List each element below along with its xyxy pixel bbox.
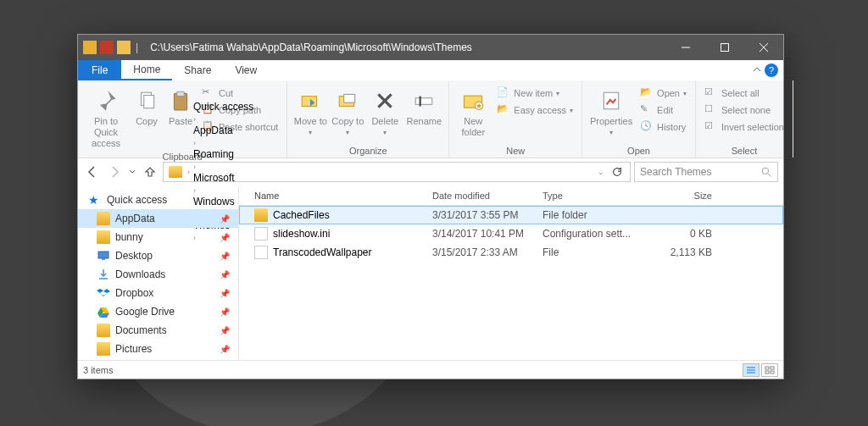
open-button[interactable]: 📂Open ▾ [637,86,690,101]
easy-access-button[interactable]: 📂Easy access ▾ [493,102,576,118]
file-row[interactable]: slideshow.ini3/14/2017 10:41 PMConfigura… [239,224,783,243]
quick-access-header[interactable]: Quick access [78,191,238,209]
new-folder-button[interactable]: ★ New folder [454,84,492,138]
search-icon [761,167,772,178]
file-list-pane: Name ⌃ Date modified Type Size CachedFil… [239,185,783,360]
chevron-right-icon[interactable]: › [192,163,198,171]
navigation-pane[interactable]: Quick access AppData📌bunny📌Desktop📌Downl… [78,185,239,360]
pin-icon: 📌 [220,214,238,224]
svg-rect-27 [771,367,774,369]
ribbon-tabs: File Home Share View ? [78,60,783,80]
up-button[interactable] [141,163,159,181]
folder-icon [97,212,110,225]
pin-icon: 📌 [220,252,238,261]
file-row[interactable]: CachedFiles3/31/2017 3:55 PMFile folder [239,206,783,224]
select-all-button[interactable]: ☑Select all [701,86,787,101]
chevron-right-icon[interactable]: › [192,139,198,147]
copy-to-icon [334,87,361,114]
delete-icon [371,87,398,114]
nav-item-desktop[interactable]: Desktop📌 [78,246,238,265]
gdrive-icon [97,305,110,318]
move-to-button[interactable]: Move to▾ [292,84,328,137]
qat-icon[interactable] [100,41,114,54]
nav-item-documents[interactable]: Documents📌 [78,321,238,340]
recent-button[interactable] [127,163,137,181]
folder-icon [97,230,110,244]
col-date[interactable]: Date modified [432,191,542,201]
svg-rect-5 [144,96,154,108]
pin-icon [92,87,120,114]
copy-to-button[interactable]: Copy to▾ [330,84,365,137]
nav-item-downloads[interactable]: Downloads📌 [78,265,238,284]
search-input[interactable]: Search Themes [634,162,778,182]
pin-icon: 📌 [220,289,238,298]
qat-icon[interactable] [117,41,131,54]
close-button[interactable] [744,35,783,60]
pin-icon: 📌 [220,326,238,335]
nav-item-google-drive[interactable]: Google Drive📌 [78,302,238,321]
maximize-button[interactable] [705,35,744,60]
share-tab[interactable]: Share [172,60,223,80]
minimize-button[interactable] [666,35,705,60]
window-title: C:\Users\Fatima Wahab\AppData\Roaming\Mi… [143,41,666,53]
folder-icon [169,166,182,178]
details-view-button[interactable] [743,363,760,377]
titlebar[interactable]: | C:\Users\Fatima Wahab\AppData\Roaming\… [78,35,783,60]
refresh-button[interactable] [606,166,628,178]
svg-rect-1 [721,44,729,52]
col-name[interactable]: Name [254,191,432,201]
file-tab[interactable]: File [78,60,121,80]
chevron-right-icon[interactable]: › [192,115,198,124]
edit-button[interactable]: ✎Edit [637,102,690,118]
explorer-window: | C:\Users\Fatima Wahab\AppData\Roaming\… [77,34,784,379]
svg-line-20 [768,174,771,176]
breadcrumb-quick access[interactable]: Quick access [192,101,255,113]
select-none-button[interactable]: ☐Select none [701,102,787,118]
history-button[interactable]: 🕓History [637,119,690,135]
paste-icon [167,87,194,114]
forward-button[interactable] [105,163,124,181]
group-label: Open [587,144,690,156]
breadcrumb-roaming[interactable]: Roaming [192,148,255,160]
column-headers: Name ⌃ Date modified Type Size [239,185,783,206]
pin-quick-access-button[interactable]: Pin to Quick access [83,84,129,150]
rename-button[interactable]: Rename [404,84,443,127]
breadcrumb-microsoft[interactable]: Microsoft [192,172,255,184]
delete-button[interactable]: Delete▾ [367,84,403,137]
address-bar-row: › Quick access›AppData›Roaming›Microsoft… [78,158,783,185]
help-icon[interactable]: ? [765,64,778,77]
pin-icon: 📌 [220,307,238,317]
col-type[interactable]: Type [542,191,644,201]
group-label: Organize [292,144,443,156]
download-icon [97,268,110,281]
nav-item-dropbox[interactable]: Dropbox📌 [78,284,238,302]
view-tab[interactable]: View [223,60,269,80]
select-all-icon: ☑ [704,86,718,100]
ribbon-home: Pin to Quick access Copy Paste ✂Cut 📋Cop… [78,80,783,158]
cut-button[interactable]: ✂Cut [198,86,281,101]
pin-icon: 📌 [220,345,238,354]
new-item-button[interactable]: 📄New item ▾ [493,86,576,101]
address-bar[interactable]: › Quick access›AppData›Roaming›Microsoft… [163,162,631,182]
pin-icon: 📌 [220,233,238,242]
file-list[interactable]: CachedFiles3/31/2017 3:55 PMFile folders… [239,206,783,360]
copy-button[interactable]: Copy [131,84,163,127]
group-label: New [454,144,576,156]
nav-item-appdata[interactable]: AppData📌 [78,209,238,228]
nav-item-pictures[interactable]: Pictures📌 [78,340,238,358]
properties-button[interactable]: Properties▾ [587,84,635,137]
move-to-icon [297,87,324,114]
nav-item-bunny[interactable]: bunny📌 [78,228,238,246]
invert-selection-button[interactable]: ☑Invert selection [701,119,787,135]
col-size[interactable]: Size [644,191,712,201]
thumbnails-view-button[interactable] [761,363,778,377]
collapse-ribbon-icon[interactable] [753,66,761,75]
svg-rect-10 [344,94,355,102]
chevron-right-icon[interactable]: › [186,168,192,176]
home-tab[interactable]: Home [121,60,172,80]
dropdown-icon[interactable]: ⌄ [596,168,606,176]
file-row[interactable]: TranscodedWallpaper3/15/2017 2:33 AMFile… [239,243,783,262]
breadcrumb-appdata[interactable]: AppData [192,124,255,136]
copy-icon [133,87,160,114]
back-button[interactable] [83,163,102,181]
